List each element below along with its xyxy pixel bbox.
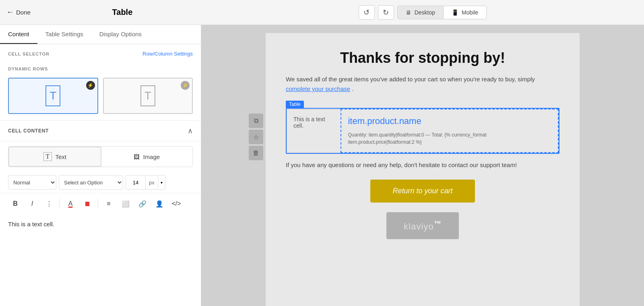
mobile-icon: 📱 <box>452 9 458 16</box>
klaviyo-logo: klaviyo™ <box>386 212 459 239</box>
link-icon: 🔗 <box>138 200 147 208</box>
dynamic-rows-label: DYNAMIC ROWS <box>0 60 201 74</box>
tab-display-options[interactable]: Display Options <box>91 25 150 44</box>
person-button[interactable]: 👤 <box>152 196 167 211</box>
email-heading: Thanks for stopping by! <box>286 49 559 66</box>
toolbar-center: ↺ ↻ 🖥 Desktop 📱 Mobile <box>208 5 638 20</box>
body-text-1-part: We saved all of the great items you've a… <box>286 76 535 83</box>
top-bar-left: ← Done Table <box>6 8 208 17</box>
sidebar-icons: ⧉ ☆ 🗑 <box>249 114 263 160</box>
font-size-unit-label: px <box>146 175 158 190</box>
text-icon-1: T <box>45 85 60 106</box>
dynamic-rows-container: T ⚡ T ⚡ <box>0 74 201 120</box>
table-label: Table <box>286 101 304 108</box>
redo-button[interactable]: ↻ <box>378 5 394 20</box>
body-text-1-end: . <box>352 85 353 92</box>
table-row: This is a text cell. item.product.name Q… <box>287 109 559 153</box>
text-icon-2: T <box>140 85 155 106</box>
align-icon: ≡ <box>107 200 110 207</box>
copy-icon-btn[interactable]: ⧉ <box>249 114 263 128</box>
text-type-button[interactable]: T Text <box>8 147 101 167</box>
klaviyo-text: klaviyo™ <box>404 221 442 232</box>
font-size-input[interactable] <box>126 175 146 190</box>
bg-color-button[interactable]: A <box>80 196 95 211</box>
text-type-label: Text <box>55 153 66 160</box>
collapse-button[interactable]: ∧ <box>188 126 193 135</box>
undo-button[interactable]: ↺ <box>359 5 375 20</box>
content-type-toggle: T Text 🖼 Image <box>8 146 193 167</box>
link-button[interactable]: 🔗 <box>135 196 150 211</box>
insert-image-button[interactable]: ⬜ <box>118 196 133 211</box>
paragraph-style-select[interactable]: Normal <box>8 175 56 190</box>
left-panel: Content Table Settings Display Options C… <box>0 25 201 306</box>
row-column-settings-link[interactable]: Row/Column Settings <box>142 51 193 57</box>
toolbar-separator-2 <box>98 199 98 209</box>
font-family-select[interactable]: Select an Option <box>59 175 123 190</box>
collapse-icon: ∧ <box>188 127 193 135</box>
font-size-arrow-button[interactable]: ▾ <box>158 175 165 190</box>
cta-button[interactable]: Return to your cart <box>370 180 475 203</box>
product-details: Quantity: item.quantity|floatformat:0 — … <box>348 131 551 146</box>
cell-content-title: CELL CONTENT <box>8 128 49 134</box>
email-table: This is a text cell. item.product.name Q… <box>287 109 559 153</box>
table-container: Table This is a text cell. item.product.… <box>286 100 559 154</box>
font-size-group: px ▾ <box>126 175 165 190</box>
lightning-badge-2: ⚡ <box>181 81 190 90</box>
tab-bar: Content Table Settings Display Options <box>0 25 201 44</box>
desktop-label: Desktop <box>415 9 435 16</box>
desktop-icon: 🖥 <box>406 9 411 16</box>
trash-icon-btn[interactable]: 🗑 <box>249 146 263 160</box>
cell-content-header: CELL CONTENT ∧ <box>0 121 201 141</box>
more-options-button[interactable]: ⋮ <box>42 196 56 211</box>
star-icon-btn[interactable]: ☆ <box>249 130 263 144</box>
cta-label: Return to your cart <box>392 187 452 195</box>
view-toggle: 🖥 Desktop 📱 Mobile <box>397 6 487 19</box>
bold-icon: B <box>13 200 18 207</box>
tab-content[interactable]: Content <box>0 25 37 44</box>
main-content: Content Table Settings Display Options C… <box>0 25 644 306</box>
panel-title: Table <box>37 8 208 17</box>
font-color-button[interactable]: A <box>63 196 78 211</box>
desktop-view-button[interactable]: 🖥 Desktop <box>398 6 444 19</box>
bold-button[interactable]: B <box>8 196 23 211</box>
image-type-button[interactable]: 🖼 Image <box>101 147 193 167</box>
product-name-link[interactable]: item.product.name <box>348 116 551 126</box>
tab-table-settings[interactable]: Table Settings <box>37 25 91 44</box>
code-button[interactable]: </> <box>169 196 184 211</box>
done-label: Done <box>16 9 31 16</box>
format-bar: Normal Select an Option px ▾ <box>0 172 201 193</box>
row-thumb-2[interactable]: T ⚡ <box>103 78 193 114</box>
text-cell: This is a text cell. <box>287 109 341 153</box>
complete-purchase-link[interactable]: complete your purchase <box>286 85 350 92</box>
email-body-2: If you have any questions or need any he… <box>286 160 559 170</box>
more-icon: ⋮ <box>46 200 52 208</box>
redo-icon: ↻ <box>383 8 389 17</box>
back-arrow-icon: ← <box>6 8 14 17</box>
image-type-label: Image <box>143 153 160 160</box>
editor-area[interactable]: This is a text cell. <box>0 214 201 234</box>
editor-text: This is a text cell. <box>8 221 54 227</box>
cell-selector-row: CELL SELECTOR Row/Column Settings <box>0 44 201 60</box>
align-button[interactable]: ≡ <box>101 196 116 211</box>
top-bar: ← Done Table ↺ ↻ 🖥 Desktop 📱 Mobile <box>0 0 644 25</box>
code-icon: </> <box>171 200 181 207</box>
email-table-wrapper: This is a text cell. item.product.name Q… <box>286 108 559 154</box>
mobile-label: Mobile <box>462 9 478 16</box>
cell-selector-label: CELL SELECTOR <box>8 52 50 56</box>
undo-icon: ↺ <box>363 8 369 17</box>
italic-button[interactable]: I <box>25 196 39 211</box>
row-thumb-1[interactable]: T ⚡ <box>8 78 98 114</box>
product-cell: item.product.name Quantity: item.quantit… <box>341 109 558 153</box>
email-preview: ⧉ ☆ 🗑 Thanks for stopping by! We saved a… <box>266 33 580 306</box>
insert-image-icon: ⬜ <box>122 200 130 208</box>
image-type-icon: 🖼 <box>134 153 140 160</box>
person-icon: 👤 <box>155 200 163 208</box>
bg-color-icon: A <box>85 202 90 206</box>
mobile-view-button[interactable]: 📱 Mobile <box>444 6 486 19</box>
toolbar-separator-1 <box>60 199 60 209</box>
font-color-icon: A <box>68 200 73 207</box>
cell-content-section: CELL CONTENT ∧ T Text 🖼 Image No <box>0 120 201 234</box>
lightning-badge-1: ⚡ <box>86 81 95 90</box>
email-body-1: We saved all of the great items you've a… <box>286 74 559 94</box>
done-button[interactable]: ← Done <box>6 8 31 17</box>
